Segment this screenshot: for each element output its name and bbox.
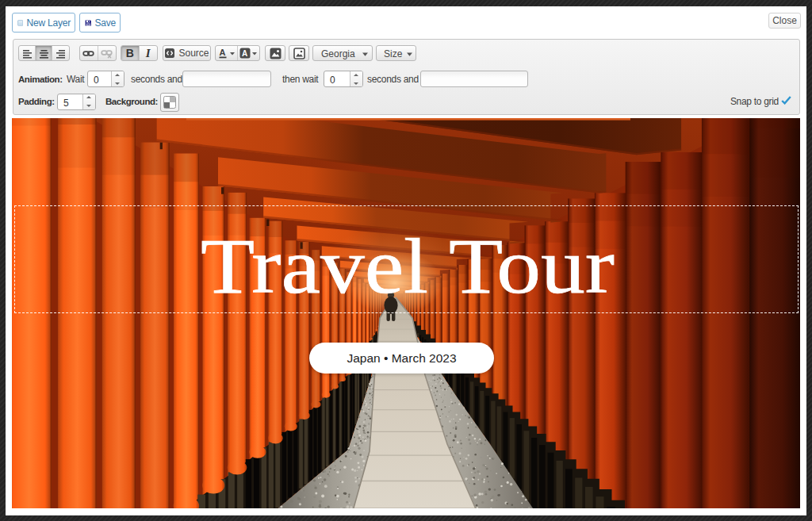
svg-text:A: A <box>242 49 247 58</box>
svg-text:A: A <box>219 48 225 57</box>
